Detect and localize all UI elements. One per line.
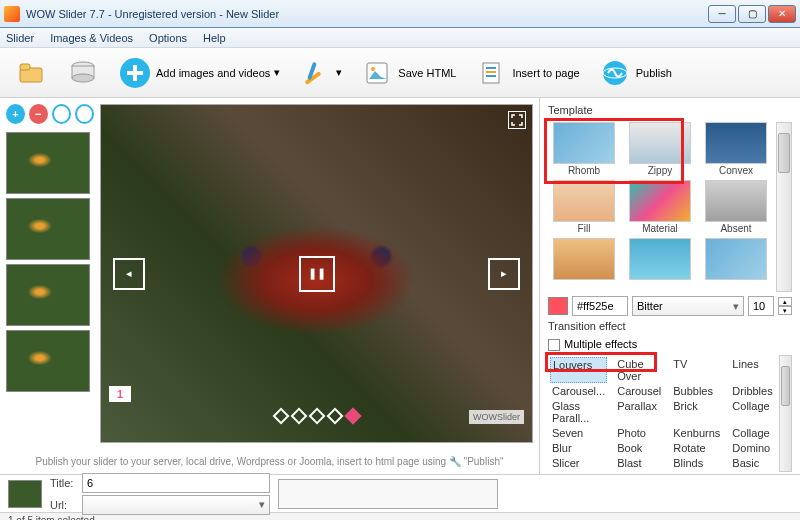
close-button[interactable]: ✕ — [768, 5, 796, 23]
add-images-button[interactable]: Add images and videos ▾ — [112, 52, 286, 94]
rotate-right-button[interactable] — [75, 104, 94, 124]
slider-preview: ◂ ❚❚ ▸ 1 WOWSlider — [100, 104, 533, 443]
effect-item[interactable]: Carousel... — [550, 384, 607, 398]
transition-label: Transition effect — [548, 320, 792, 332]
effect-item[interactable]: Lines — [730, 357, 774, 383]
thumbnail[interactable] — [6, 132, 90, 194]
menu-slider[interactable]: Slider — [6, 32, 34, 44]
save-html-label: Save HTML — [398, 67, 456, 79]
add-images-label: Add images and videos — [156, 67, 270, 79]
menubar: Slider Images & Videos Options Help — [0, 28, 800, 48]
effects-scrollbar[interactable] — [779, 355, 792, 472]
effect-item[interactable]: Seven — [550, 426, 607, 440]
svg-rect-1 — [20, 64, 30, 70]
thumbnail[interactable] — [6, 330, 90, 392]
effect-item[interactable]: Slicer — [550, 456, 607, 470]
url-label: Url: — [50, 499, 78, 511]
effect-item[interactable]: Dribbles — [730, 384, 774, 398]
svg-rect-15 — [486, 75, 496, 77]
effect-item[interactable]: Blur — [550, 441, 607, 455]
minimize-button[interactable]: ─ — [708, 5, 736, 23]
color-hex-input[interactable] — [572, 296, 628, 316]
font-select[interactable]: Bitter — [632, 296, 744, 316]
size-up-button[interactable]: ▴ — [778, 297, 792, 306]
effect-louvers[interactable]: Louvers — [550, 357, 607, 383]
template-convex[interactable]: Convex — [700, 122, 772, 176]
effect-item[interactable]: Rotate — [671, 441, 722, 455]
dot[interactable] — [326, 408, 343, 425]
drive-button[interactable] — [60, 52, 106, 94]
menu-help[interactable]: Help — [203, 32, 226, 44]
pause-button[interactable]: ❚❚ — [299, 256, 335, 292]
delete-slide-button[interactable]: − — [29, 104, 48, 124]
font-size-input[interactable] — [748, 296, 774, 316]
thumbnail[interactable] — [6, 264, 90, 326]
effect-item[interactable]: Blinds — [671, 456, 722, 470]
open-folder-button[interactable] — [8, 52, 54, 94]
effect-item[interactable]: Book — [615, 441, 663, 455]
template-rhomb[interactable]: Rhomb — [548, 122, 620, 176]
effect-item[interactable]: Basic — [730, 456, 774, 470]
effect-item[interactable]: Collage — [730, 426, 774, 440]
effect-item[interactable]: Kenburns — [671, 426, 722, 440]
effect-item[interactable]: Brick — [671, 399, 722, 425]
effect-item[interactable]: Cube Over — [615, 357, 663, 383]
next-button[interactable]: ▸ — [488, 258, 520, 290]
size-down-button[interactable]: ▾ — [778, 306, 792, 315]
template-zippy[interactable]: Zippy — [624, 122, 696, 176]
menu-images-videos[interactable]: Images & Videos — [50, 32, 133, 44]
slide-number-badge: 1 — [109, 386, 131, 402]
dot[interactable] — [272, 408, 289, 425]
template-item[interactable] — [700, 238, 772, 292]
effect-item[interactable]: Collage — [730, 399, 774, 425]
svg-rect-13 — [486, 67, 496, 69]
effect-item[interactable]: Parallax — [615, 399, 663, 425]
dot[interactable] — [290, 408, 307, 425]
color-swatch[interactable] — [548, 297, 568, 315]
add-slide-button[interactable]: + — [6, 104, 25, 124]
effect-item[interactable]: TV — [671, 357, 722, 383]
dot[interactable] — [308, 408, 325, 425]
save-html-button[interactable]: Save HTML — [354, 52, 462, 94]
template-item[interactable] — [548, 238, 620, 292]
title-input[interactable] — [82, 473, 270, 493]
title-label: Title: — [50, 477, 78, 489]
chevron-down-icon: ▾ — [336, 66, 342, 79]
menu-options[interactable]: Options — [149, 32, 187, 44]
app-icon — [4, 6, 20, 22]
hint-text: Publish your slider to your server, loca… — [0, 449, 539, 474]
watermark: WOWSlider — [469, 410, 524, 424]
multiple-effects-checkbox[interactable]: Multiple effects — [548, 338, 792, 351]
effect-item[interactable]: Bubbles — [671, 384, 722, 398]
template-label: Template — [548, 104, 792, 116]
rotate-left-button[interactable] — [52, 104, 71, 124]
effect-item[interactable]: Carousel — [615, 384, 663, 398]
template-material[interactable]: Material — [624, 180, 696, 234]
insert-page-button[interactable]: Insert to page — [468, 52, 585, 94]
thumbnail[interactable] — [6, 198, 90, 260]
bottom-panel: Title: Url: — [0, 474, 800, 512]
svg-point-11 — [371, 67, 375, 71]
template-fill[interactable]: Fill — [548, 180, 620, 234]
maximize-button[interactable]: ▢ — [738, 5, 766, 23]
effect-item[interactable]: Glass Parall... — [550, 399, 607, 425]
fullscreen-icon[interactable] — [508, 111, 526, 129]
dot-active[interactable] — [344, 408, 361, 425]
url-select[interactable] — [82, 495, 270, 515]
prev-button[interactable]: ◂ — [113, 258, 145, 290]
effect-item[interactable]: Photo — [615, 426, 663, 440]
toolbar: Add images and videos ▾ ▾ Save HTML Inse… — [0, 48, 800, 98]
template-scrollbar[interactable] — [776, 122, 792, 292]
publish-button[interactable]: Publish — [592, 52, 678, 94]
template-item[interactable] — [624, 238, 696, 292]
svg-point-4 — [72, 74, 94, 82]
template-absent[interactable]: Absent — [700, 180, 772, 234]
publish-label: Publish — [636, 67, 672, 79]
effect-item[interactable]: Blast — [615, 456, 663, 470]
description-box[interactable] — [278, 479, 498, 509]
effect-item[interactable]: Domino — [730, 441, 774, 455]
titlebar: WOW Slider 7.7 - Unregistered version - … — [0, 0, 800, 28]
chevron-down-icon: ▾ — [274, 66, 280, 79]
window-title: WOW Slider 7.7 - Unregistered version - … — [26, 8, 706, 20]
tools-button[interactable]: ▾ — [292, 52, 348, 94]
